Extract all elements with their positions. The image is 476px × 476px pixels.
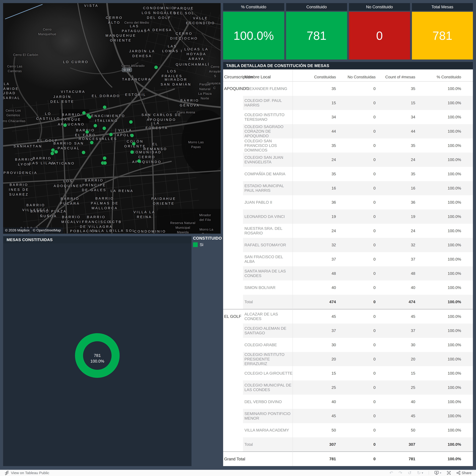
value-cell[interactable]: 30: [379, 338, 419, 352]
donut-chart[interactable]: 781 100.0%: [3, 243, 191, 466]
value-cell[interactable]: 0: [340, 266, 379, 281]
nombre-local-cell[interactable]: COLEGIO INSTITUTO TERESIANO: [243, 110, 292, 124]
value-cell[interactable]: 0: [340, 323, 379, 338]
value-cell[interactable]: 40: [379, 281, 419, 295]
table-row[interactable]: SANTA MARIA DE LAS CONDES48048100.0%: [223, 266, 473, 281]
column-header-4[interactable]: Count of #mesas: [379, 69, 419, 81]
nombre-local-cell[interactable]: DEL VERBO DIVINO: [243, 395, 292, 409]
value-cell[interactable]: 100.0%: [419, 395, 473, 409]
value-cell[interactable]: 20: [379, 352, 419, 366]
table-row[interactable]: COLEGIO INSTITUTO PRESIDENTE ERRAZURIZ20…: [223, 352, 473, 366]
value-cell[interactable]: 34: [379, 110, 419, 124]
map-mark[interactable]: [109, 133, 113, 136]
value-cell[interactable]: 100.0%: [419, 110, 473, 124]
nombre-local-cell[interactable]: COLEGIO LA GIROUETTE: [243, 366, 292, 380]
table-row[interactable]: COLEGIO INSTITUTO TERESIANO34034100.0%: [223, 110, 473, 124]
map-mark[interactable]: [130, 134, 134, 137]
value-cell[interactable]: 0: [340, 281, 379, 295]
value-cell[interactable]: 35: [379, 138, 419, 153]
table-row[interactable]: SAN FRACISCO DEL ALBA37037100.0%: [223, 252, 473, 266]
table-row[interactable]: COLEGIO DIF. PAUL HARRIS15015100.0%: [223, 96, 473, 110]
value-cell[interactable]: 781: [292, 452, 340, 466]
value-cell[interactable]: 32: [379, 238, 419, 252]
circunscripcion-cell[interactable]: [223, 96, 243, 110]
circunscripcion-cell[interactable]: [223, 295, 243, 309]
value-cell[interactable]: 0: [340, 167, 379, 181]
nombre-local-cell[interactable]: COLEGIO SAN JUAN EVANGELISTA: [243, 153, 292, 167]
value-cell[interactable]: 100.0%: [419, 309, 473, 324]
circunscripcion-cell[interactable]: [223, 338, 243, 352]
value-cell[interactable]: 0: [340, 366, 379, 380]
value-cell[interactable]: 0: [340, 295, 379, 309]
nombre-local-cell[interactable]: SEMINARIO PONTIFICIO MENOR: [243, 409, 292, 423]
kpi-value[interactable]: 781: [412, 12, 473, 60]
value-cell[interactable]: 19: [379, 209, 419, 224]
nombre-local-cell[interactable]: COLEGIO SAN FRANCISCO LOS DOMINICOS: [243, 138, 292, 153]
value-cell[interactable]: 100.0%: [419, 153, 473, 167]
circunscripcion-cell[interactable]: [223, 281, 243, 295]
value-cell[interactable]: 0: [340, 380, 379, 395]
value-cell[interactable]: 100.0%: [419, 452, 473, 466]
nombre-local-cell[interactable]: COLEGIO SAGRADO CORAZON DE APOQUINDO: [243, 124, 292, 138]
map-mark[interactable]: [94, 124, 97, 127]
table-row[interactable]: Grand Total7810781100.0%: [223, 451, 473, 466]
value-cell[interactable]: 32: [292, 238, 340, 252]
circunscripcion-cell[interactable]: [223, 167, 243, 181]
nombre-local-cell[interactable]: RAFAEL SOTOMAYOR: [243, 238, 292, 252]
circunscripcion-cell[interactable]: [223, 395, 243, 409]
circunscripcion-cell[interactable]: [223, 209, 243, 224]
revert-icon[interactable]: ↺: [408, 471, 411, 475]
value-cell[interactable]: 45: [379, 309, 419, 324]
value-cell[interactable]: 0: [340, 138, 379, 153]
value-cell[interactable]: 16: [292, 181, 340, 195]
map-mark[interactable]: [132, 142, 136, 146]
map-mark[interactable]: [54, 150, 58, 153]
nombre-local-cell[interactable]: JUAN PABLO II: [243, 195, 292, 209]
map-mark[interactable]: [82, 111, 86, 115]
value-cell[interactable]: 0: [340, 153, 379, 167]
value-cell[interactable]: 16: [379, 181, 419, 195]
value-cell[interactable]: 30: [292, 338, 340, 352]
value-cell[interactable]: 36: [292, 195, 340, 209]
map-mark[interactable]: [103, 161, 107, 165]
value-cell[interactable]: 0: [340, 452, 379, 466]
map-mark[interactable]: [85, 130, 89, 134]
kpi-value[interactable]: 0: [349, 12, 410, 60]
map-mark[interactable]: [154, 66, 158, 69]
circunscripcion-cell[interactable]: [223, 153, 243, 167]
table-row[interactable]: COLEGIO LA GIROUETTE15015100.0%: [223, 366, 473, 380]
value-cell[interactable]: 0: [340, 195, 379, 209]
value-cell[interactable]: 0: [340, 395, 379, 409]
nombre-local-cell[interactable]: COLEGIO MUNICIPAL DE LAS CONDES: [243, 380, 292, 395]
value-cell[interactable]: 15: [292, 96, 340, 110]
map-mark[interactable]: [63, 123, 67, 127]
column-header-0[interactable]: Circunscripción: [223, 69, 243, 81]
download-button[interactable]: ▾: [434, 471, 441, 475]
refresh-menu-button[interactable]: ↻ ▾: [417, 471, 423, 475]
circunscripcion-cell[interactable]: Grand Total: [223, 452, 243, 466]
value-cell[interactable]: 100.0%: [419, 423, 473, 437]
value-cell[interactable]: 100.0%: [419, 338, 473, 352]
value-cell[interactable]: 0: [340, 309, 379, 324]
circunscripcion-cell[interactable]: [223, 224, 243, 238]
circunscripcion-cell[interactable]: [223, 266, 243, 281]
value-cell[interactable]: 100.0%: [419, 209, 473, 224]
redo-icon[interactable]: ↷: [399, 471, 402, 475]
map-mark[interactable]: [88, 115, 91, 119]
table-row[interactable]: VILLA MARIA ACADEMY50050100.0%: [223, 423, 473, 437]
value-cell[interactable]: 36: [379, 195, 419, 209]
value-cell[interactable]: 35: [292, 138, 340, 153]
value-cell[interactable]: 48: [292, 266, 340, 281]
value-cell[interactable]: 0: [340, 423, 379, 437]
mapbox-attribution-link[interactable]: © 2026 Mapbox: [5, 228, 30, 232]
nombre-local-cell[interactable]: NUESTRA SRA. DEL ROSARIO: [243, 224, 292, 238]
value-cell[interactable]: 100.0%: [419, 252, 473, 266]
value-cell[interactable]: 20: [292, 352, 340, 366]
value-cell[interactable]: 100.0%: [419, 195, 473, 209]
undo-icon[interactable]: ↶: [389, 471, 393, 475]
value-cell[interactable]: 0: [340, 224, 379, 238]
value-cell[interactable]: 100.0%: [419, 124, 473, 138]
value-cell[interactable]: 0: [340, 238, 379, 252]
table-row[interactable]: EL GOLFALCAZAR DE LAS CONDES45045100.0%: [223, 309, 473, 324]
value-cell[interactable]: 100.0%: [419, 266, 473, 281]
